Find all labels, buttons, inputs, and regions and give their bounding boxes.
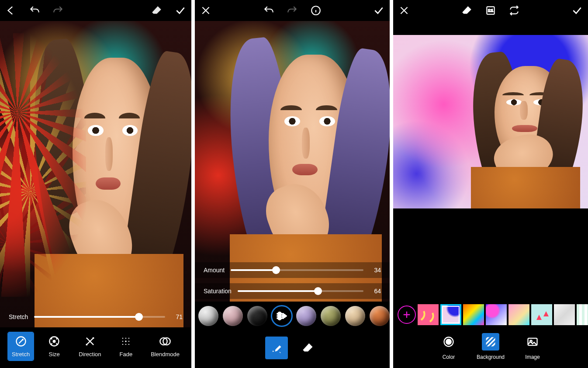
redo-icon[interactable]	[287, 5, 298, 16]
close-icon[interactable]	[200, 5, 211, 16]
svg-point-4	[125, 338, 126, 339]
eraser-icon[interactable]	[151, 5, 163, 16]
image-mode-icon	[524, 333, 541, 351]
direction-icon	[84, 335, 96, 347]
mode-color-label: Color	[443, 354, 455, 360]
svg-point-6	[122, 341, 123, 342]
info-icon[interactable]	[310, 5, 322, 16]
svg-point-9	[122, 344, 123, 345]
swap-icon[interactable]	[508, 5, 520, 16]
swatch-olive[interactable]	[321, 306, 341, 326]
tool-direction[interactable]: Direction	[75, 333, 104, 360]
tool-stretch-label: Stretch	[12, 351, 30, 358]
swatch-silver[interactable]	[198, 306, 218, 326]
mode-color[interactable]: Color	[440, 333, 457, 360]
image-canvas[interactable]: Stretch 71	[0, 21, 191, 327]
fade-icon	[120, 335, 132, 347]
paint-brush-button[interactable]	[265, 337, 288, 359]
background-thumbnail-row	[393, 301, 588, 329]
svg-point-5	[128, 338, 129, 339]
bg-thumb-paint-blue[interactable]	[440, 304, 461, 325]
back-icon[interactable]	[5, 5, 17, 16]
bg-thumb-teal-triangles[interactable]	[531, 304, 552, 325]
dispersion-effect-overlay	[0, 33, 86, 297]
tool-fade[interactable]: Fade	[116, 333, 136, 360]
apply-check-icon[interactable]	[175, 5, 186, 16]
effect-tool-row: Stretch Size Direction Fade Blendmode	[0, 327, 191, 368]
eraser-icon[interactable]	[461, 5, 473, 16]
tool-size-label: Size	[49, 351, 60, 358]
mode-image-label: Image	[525, 354, 540, 360]
color-mode-icon	[440, 333, 457, 351]
redo-icon[interactable]	[52, 5, 64, 16]
swatch-custom-selected[interactable]	[272, 306, 292, 326]
bg-thumb-pink-bananas[interactable]	[418, 304, 439, 325]
saturation-slider-label: Saturation	[204, 288, 232, 295]
swatch-rose[interactable]	[223, 306, 243, 326]
svg-point-3	[122, 338, 123, 339]
amount-slider-value: 34	[370, 267, 381, 274]
image-canvas[interactable]	[393, 21, 588, 301]
top-toolbar	[0, 0, 191, 21]
tool-stretch[interactable]: Stretch	[8, 333, 33, 360]
add-background-button[interactable]	[398, 306, 416, 324]
amount-slider[interactable]	[231, 269, 363, 271]
svg-text:1:1: 1:1	[488, 8, 493, 13]
bg-thumb-mint-stripes[interactable]	[577, 304, 588, 325]
saturation-slider[interactable]	[238, 290, 363, 292]
aspect-ratio-icon[interactable]: 1:1	[485, 5, 496, 16]
brush-mode-row	[195, 330, 390, 368]
tool-size[interactable]: Size	[45, 333, 64, 360]
svg-point-15	[278, 312, 281, 316]
edited-photo	[393, 35, 588, 208]
size-icon	[48, 335, 60, 347]
svg-point-11	[128, 344, 129, 345]
svg-point-21	[446, 339, 451, 344]
svg-point-8	[128, 341, 129, 342]
stretch-icon	[15, 335, 27, 347]
stretch-slider-row: Stretch 71	[0, 309, 191, 325]
undo-icon[interactable]	[263, 5, 274, 16]
apply-check-icon[interactable]	[571, 5, 583, 16]
blendmode-icon	[159, 335, 171, 347]
mode-background[interactable]: Background	[477, 333, 505, 360]
amount-slider-row: Amount 34	[195, 262, 390, 278]
swatch-blonde[interactable]	[345, 306, 365, 326]
bg-thumb-marble[interactable]	[554, 304, 575, 325]
stretch-slider-label: Stretch	[9, 313, 28, 320]
background-mode-icon	[482, 333, 499, 351]
tool-fade-label: Fade	[120, 351, 133, 358]
apply-check-icon[interactable]	[373, 5, 384, 16]
image-canvas[interactable]: Amount 34 Saturation 64	[195, 21, 390, 302]
hair-color-swatch-row	[195, 302, 390, 330]
tool-direction-label: Direction	[79, 351, 101, 358]
top-toolbar	[195, 0, 390, 21]
saturation-slider-row: Saturation 64	[195, 283, 390, 299]
tool-blendmode-label: Blendmode	[151, 351, 180, 358]
tool-blendmode[interactable]: Blendmode	[147, 333, 183, 360]
bg-thumb-paint-magenta[interactable]	[486, 304, 507, 325]
background-editor-screen: 1:1	[393, 0, 588, 368]
swatch-black[interactable]	[247, 306, 267, 326]
svg-point-16	[283, 315, 286, 318]
svg-point-10	[125, 344, 126, 345]
bg-thumb-rainbow[interactable]	[463, 304, 484, 325]
bg-thumb-pastel[interactable]	[508, 304, 529, 325]
svg-point-2	[53, 340, 55, 343]
svg-point-7	[125, 340, 127, 342]
top-toolbar: 1:1	[393, 0, 588, 21]
stretch-slider-value: 71	[171, 313, 183, 320]
dispersion-editor-screen: Stretch 71 Stretch Size Direction	[0, 0, 191, 368]
swatch-copper[interactable]	[370, 306, 390, 326]
hair-color-editor-screen: Amount 34 Saturation 64	[195, 0, 390, 368]
mode-background-label: Background	[477, 354, 505, 360]
mode-image[interactable]: Image	[524, 333, 541, 360]
saturation-slider-value: 64	[370, 288, 381, 295]
undo-icon[interactable]	[29, 5, 40, 16]
stretch-slider[interactable]	[34, 316, 165, 318]
amount-slider-label: Amount	[204, 267, 225, 274]
background-mode-row: Color Background Image	[393, 329, 588, 368]
erase-brush-button[interactable]	[297, 337, 319, 359]
close-icon[interactable]	[398, 5, 410, 16]
swatch-lavender[interactable]	[296, 306, 316, 326]
